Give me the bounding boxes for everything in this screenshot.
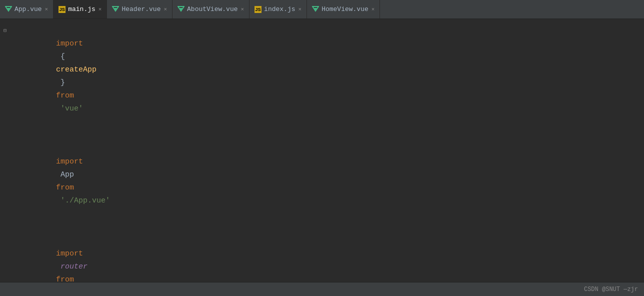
tab-label: HomeView.vue	[322, 6, 368, 13]
tab-header-vue[interactable]: Header.vue ×	[107, 0, 172, 19]
tab-label: AboutView.vue	[187, 6, 238, 13]
close-icon[interactable]: ×	[45, 6, 48, 12]
brace-close: }	[56, 78, 70, 87]
router-ident: router	[56, 262, 92, 271]
keyword-import-3: import	[56, 250, 83, 258]
vue-icon	[5, 6, 12, 13]
keyword-import: import	[56, 40, 83, 48]
keyword-from-3: from	[56, 276, 74, 282]
watermark-text: CSDN @SNUT —zjr	[584, 286, 638, 293]
tab-main-js[interactable]: JS main.js ×	[54, 0, 107, 19]
status-bar: CSDN @SNUT —zjr	[0, 282, 644, 296]
code-line-1: ⊟ import { createApp } from 'vue'	[0, 24, 644, 129]
js-icon: JS	[58, 6, 66, 13]
tab-label: index.js	[264, 6, 295, 13]
code-content-2: import App from './App.vue'	[10, 130, 110, 220]
create-app-ident: createApp	[56, 66, 96, 74]
brace-open: {	[56, 52, 70, 61]
tab-aboutview-vue[interactable]: AboutView.vue ×	[172, 0, 250, 19]
string-app-vue: './App.vue'	[56, 196, 110, 205]
editor-container: App.vue × JS main.js × Header.vue ×	[0, 0, 644, 296]
code-area[interactable]: ⊟ import { createApp } from 'vue' import…	[0, 19, 644, 282]
tab-bar: App.vue × JS main.js × Header.vue ×	[0, 0, 644, 19]
close-icon[interactable]: ×	[164, 6, 167, 12]
vue-icon	[178, 6, 184, 13]
fold-icon[interactable]: ⊟	[4, 24, 6, 38]
keyword-from: from	[56, 92, 74, 100]
close-icon[interactable]: ×	[372, 6, 375, 12]
code-content-3: import router from './router'	[10, 222, 106, 282]
vue-icon	[312, 6, 319, 13]
app-ident: App	[56, 170, 78, 179]
vue-icon	[112, 6, 119, 13]
tab-label: main.js	[68, 6, 96, 13]
tab-label: Header.vue	[122, 6, 160, 13]
tab-index-js[interactable]: JS index.js ×	[250, 0, 307, 19]
code-line-3: import router from './router'	[0, 221, 644, 282]
tab-label: App.vue	[14, 6, 42, 13]
close-icon[interactable]: ×	[98, 6, 102, 12]
close-icon[interactable]: ×	[298, 6, 302, 12]
close-icon[interactable]: ×	[240, 6, 244, 12]
keyword-from-2: from	[56, 184, 74, 192]
fold-gutter-1: ⊟	[0, 24, 10, 38]
js-icon: JS	[254, 6, 262, 13]
code-content-1: import { createApp } from 'vue'	[10, 24, 96, 128]
code-line-2: import App from './App.vue'	[0, 129, 644, 221]
tab-homeview-vue[interactable]: HomeView.vue ×	[307, 0, 380, 19]
keyword-import-2: import	[56, 158, 83, 166]
string-vue: 'vue'	[56, 104, 83, 113]
tab-app-vue[interactable]: App.vue ×	[0, 0, 54, 19]
